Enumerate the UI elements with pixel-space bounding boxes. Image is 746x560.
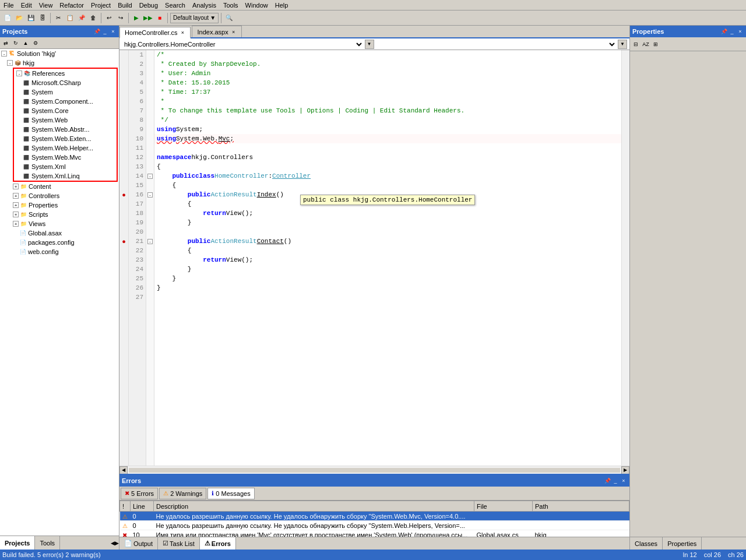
new-button[interactable]: 📄 bbox=[2, 13, 13, 23]
left-nav-right[interactable]: ▶ bbox=[115, 540, 119, 546]
errors-minimize-button[interactable]: _ bbox=[612, 477, 619, 484]
line-18[interactable]: return View(); bbox=[154, 209, 621, 218]
projects-tab[interactable]: Projects bbox=[0, 536, 35, 550]
search-button[interactable]: 🔍 bbox=[224, 13, 234, 23]
run-with-debugger-button[interactable]: ▶▶ bbox=[143, 13, 153, 23]
props-minimize-button[interactable]: _ bbox=[729, 28, 736, 35]
line-10[interactable]: using System.Web.Mvc; bbox=[154, 134, 621, 143]
ref-system-xml[interactable]: ⬛ System.Xml bbox=[14, 162, 117, 171]
tab-homecontroller[interactable]: HomeController.cs × bbox=[119, 27, 191, 38]
line-13[interactable]: { bbox=[154, 162, 621, 171]
line-15[interactable]: { bbox=[154, 181, 621, 190]
task-list-tab[interactable]: ☑ Task List bbox=[158, 537, 200, 550]
line-1[interactable]: /* bbox=[154, 50, 621, 59]
layout-button[interactable]: Default layout ▼ bbox=[170, 13, 219, 23]
props-alpha-btn[interactable]: AZ bbox=[641, 40, 650, 49]
editor-scrollbar[interactable] bbox=[621, 50, 629, 466]
pin-button[interactable]: 📌 bbox=[93, 28, 100, 35]
errors-tab-errors[interactable]: ✖ 5 Errors bbox=[121, 488, 158, 499]
line-14[interactable]: public class HomeController : Controller bbox=[154, 171, 621, 181]
line-21[interactable]: public ActionResult Contact () bbox=[154, 237, 621, 246]
references-node[interactable]: - 📚 References bbox=[14, 69, 117, 78]
ref-system-web-abstr[interactable]: ⬛ System.Web.Abstr... bbox=[14, 125, 117, 134]
menu-edit[interactable]: Edit bbox=[17, 2, 36, 9]
folder-scripts[interactable]: + 📁 Scripts bbox=[0, 210, 119, 219]
minimize-button[interactable]: _ bbox=[101, 28, 108, 35]
menu-window[interactable]: Window bbox=[242, 2, 272, 9]
error-row-3[interactable]: ✖ 10 Имя типа или пространства имен 'Mvc… bbox=[120, 530, 629, 537]
line-2[interactable]: * Created by SharpDevelop. bbox=[154, 59, 621, 69]
line-12[interactable]: namespace hkjg.Controllers bbox=[154, 153, 621, 162]
left-nav-left[interactable]: ◀ bbox=[111, 540, 115, 546]
member-dropdown-btn[interactable]: ▼ bbox=[618, 40, 627, 49]
errors-bottom-tab[interactable]: ⚠ Errors bbox=[200, 537, 236, 550]
props-sort-btn[interactable]: ⊟ bbox=[631, 40, 641, 49]
menu-project[interactable]: Project bbox=[87, 2, 114, 9]
line-8[interactable]: */ bbox=[154, 115, 621, 125]
line-25[interactable]: } bbox=[154, 274, 621, 283]
fold-16-btn[interactable]: - bbox=[147, 192, 153, 198]
errors-tab-warnings[interactable]: ⚠ 2 Warnings bbox=[159, 488, 206, 499]
menu-search[interactable]: Search bbox=[161, 2, 189, 9]
member-selector[interactable] bbox=[375, 40, 617, 48]
project-expand[interactable]: - bbox=[7, 60, 13, 66]
line-6[interactable]: * bbox=[154, 97, 621, 106]
line-7[interactable]: * To change this template use Tools | Op… bbox=[154, 106, 621, 115]
line-19[interactable]: } bbox=[154, 218, 621, 227]
stop-button[interactable]: ■ bbox=[154, 13, 165, 23]
copy-button[interactable]: 📋 bbox=[65, 13, 75, 23]
line-20[interactable] bbox=[154, 227, 621, 237]
ref-system-web-ext[interactable]: ⬛ System.Web.Exten... bbox=[14, 134, 117, 143]
menu-tools[interactable]: Tools bbox=[220, 2, 242, 9]
close-panel-button[interactable]: × bbox=[110, 28, 117, 35]
path-dropdown-btn[interactable]: ▼ bbox=[365, 40, 374, 49]
controllers-expand[interactable]: + bbox=[13, 193, 19, 199]
ref-system-web[interactable]: ⬛ System.Web bbox=[14, 115, 117, 125]
line-26[interactable]: } bbox=[154, 283, 621, 293]
fold-14-btn[interactable]: - bbox=[147, 174, 153, 179]
ref-microsoft-csharp[interactable]: ⬛ Microsoft.CSharp bbox=[14, 78, 117, 87]
errors-tab-messages[interactable]: ℹ 0 Messages bbox=[207, 488, 254, 499]
project-node[interactable]: - 📦 hkjg bbox=[0, 58, 119, 68]
ref-system[interactable]: ⬛ System bbox=[14, 87, 117, 97]
ref-system-core[interactable]: ⬛ System.Core bbox=[14, 106, 117, 115]
folder-controllers[interactable]: + 📁 Controllers bbox=[0, 191, 119, 200]
run-button[interactable]: ▶ bbox=[131, 13, 142, 23]
folder-properties[interactable]: + 📁 Properties bbox=[0, 200, 119, 210]
line-3[interactable]: * User: Admin bbox=[154, 69, 621, 78]
tools-tab[interactable]: Tools bbox=[35, 536, 60, 550]
ref-system-component[interactable]: ⬛ System.Component... bbox=[14, 97, 117, 106]
scripts-expand[interactable]: + bbox=[13, 212, 19, 217]
menu-refactor[interactable]: Refactor bbox=[56, 2, 87, 9]
hscroll-right[interactable]: ▶ bbox=[621, 466, 629, 474]
output-tab[interactable]: 📄 Output bbox=[119, 537, 158, 550]
undo-button[interactable]: ↩ bbox=[104, 13, 114, 23]
menu-analysis[interactable]: Analysis bbox=[189, 2, 220, 9]
open-button[interactable]: 📂 bbox=[14, 13, 24, 23]
props-pin-button[interactable]: 📌 bbox=[720, 28, 727, 35]
delete-button[interactable]: 🗑 bbox=[88, 13, 98, 23]
properties-button[interactable]: ⚙ bbox=[31, 38, 40, 48]
fold-21-btn[interactable]: - bbox=[147, 239, 153, 244]
ref-system-web-helper[interactable]: ⬛ System.Web.Helper... bbox=[14, 143, 117, 153]
ref-system-xml-linq[interactable]: ⬛ System.Xml.Linq bbox=[14, 171, 117, 181]
namespace-selector[interactable]: hkjg.Controllers.HomeController bbox=[122, 40, 364, 48]
line-5[interactable]: * Time: 17:37 bbox=[154, 87, 621, 97]
save-button[interactable]: 💾 bbox=[26, 13, 36, 23]
cut-button[interactable]: ✂ bbox=[53, 13, 64, 23]
tab-index-aspx[interactable]: Index.aspx × bbox=[192, 26, 241, 37]
references-expand[interactable]: - bbox=[16, 71, 22, 76]
menu-build[interactable]: Build bbox=[114, 2, 135, 9]
file-global-asax[interactable]: 📄 Global.asax bbox=[0, 228, 119, 238]
errors-pin-button[interactable]: 📌 bbox=[604, 477, 611, 484]
paste-button[interactable]: 📌 bbox=[76, 13, 87, 23]
solution-node[interactable]: - 🏗 Solution 'hkjg' bbox=[0, 49, 119, 58]
content-expand[interactable]: + bbox=[13, 184, 19, 189]
properties-tab[interactable]: Properties bbox=[663, 537, 702, 550]
ref-system-web-mvc[interactable]: ⬛ System.Web.Mvc bbox=[14, 153, 117, 162]
errors-close-button[interactable]: × bbox=[620, 477, 627, 484]
error-row-1[interactable]: ⚠ 0 Не удалось разрешить данную ссылку. … bbox=[120, 512, 629, 521]
line-11[interactable] bbox=[154, 143, 621, 153]
folder-views[interactable]: + 📁 Views bbox=[0, 219, 119, 228]
error-row-2[interactable]: ⚠ 0 Не удалось разрешить данную ссылку. … bbox=[120, 521, 629, 530]
